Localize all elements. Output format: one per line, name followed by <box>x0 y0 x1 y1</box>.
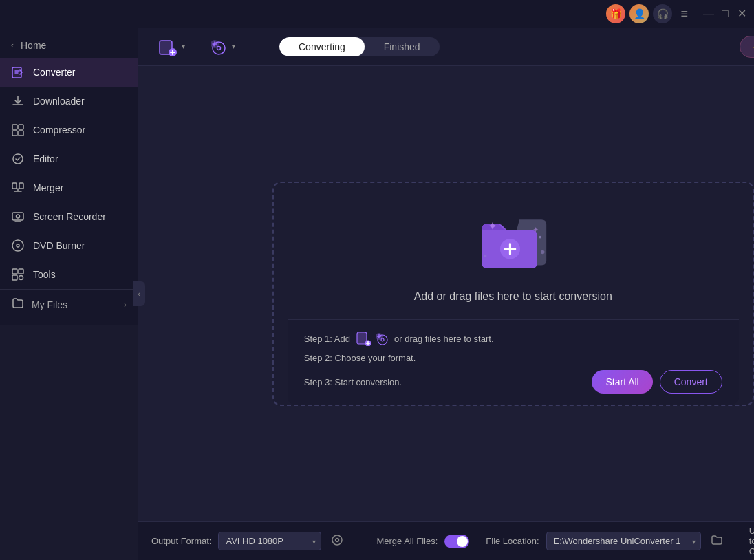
menu-icon[interactable]: ≡ <box>676 4 692 24</box>
svg-point-11 <box>17 244 19 247</box>
step-add-cd-icon[interactable] <box>374 331 389 346</box>
sidebar-wrap: ‹ Home Converter <box>0 28 138 560</box>
svg-point-24 <box>484 255 487 258</box>
step-1-suffix: or drag files here to start. <box>394 334 494 344</box>
compressor-icon <box>11 123 25 137</box>
merge-toggle-knob <box>457 536 468 547</box>
sidebar-dvd-burner-label: DVD Burner <box>33 240 85 251</box>
svg-rect-13 <box>19 269 23 274</box>
svg-point-32 <box>332 535 342 545</box>
tab-converting[interactable]: Converting <box>279 37 365 56</box>
bottom-bar: Output Format: AVI HD 1080P MP4 HD 1080P… <box>138 521 754 560</box>
output-format-select[interactable]: AVI HD 1080P MP4 HD 1080P MKV HD 1080P M… <box>218 532 321 550</box>
file-location-select-wrap: E:\Wondershare UniConverter 1 ▾ <box>546 532 701 550</box>
dvd-burner-icon <box>11 239 25 252</box>
screen-recorder-icon <box>11 210 25 224</box>
add-files-icon <box>157 36 177 57</box>
sidebar-collapse-button[interactable]: ‹ <box>133 281 145 306</box>
sidebar-item-converter[interactable]: Converter <box>0 58 138 87</box>
svg-point-20 <box>217 46 221 50</box>
title-bar: 🎁 👤 🎧 ≡ — □ ✕ <box>0 0 754 28</box>
drop-zone[interactable]: Add or drag files here to start conversi… <box>272 182 754 406</box>
tools-icon <box>11 268 25 281</box>
lightning-icon: ⚡ <box>751 41 754 52</box>
downloader-icon <box>11 94 25 108</box>
svg-point-9 <box>17 215 20 218</box>
folder-icon <box>468 204 558 279</box>
sidebar-item-compressor[interactable]: Compressor <box>0 116 138 144</box>
window-controls: — □ ✕ <box>703 8 747 19</box>
svg-point-15 <box>19 276 23 280</box>
sidebar-item-merger[interactable]: Merger <box>0 173 138 202</box>
titlebar-icons: 🎁 👤 🎧 ≡ <box>606 4 692 24</box>
tab-switcher: Converting Finished <box>279 37 440 56</box>
sidebar-item-home[interactable]: ‹ Home <box>0 33 138 58</box>
steps-section: Step 1: Add <box>288 319 739 405</box>
drop-zone-text: Add or drag files here to start conversi… <box>414 290 612 303</box>
svg-rect-1 <box>12 125 17 129</box>
sidebar-tools-label: Tools <box>33 269 56 280</box>
maximize-button[interactable]: □ <box>720 8 731 19</box>
output-format-field: Output Format: AVI HD 1080P MP4 HD 1080P… <box>151 531 346 552</box>
svg-point-10 <box>12 240 23 251</box>
svg-rect-8 <box>12 213 23 220</box>
sidebar-editor-label: Editor <box>33 153 58 164</box>
high-speed-conversion-button[interactable]: ⚡ High Speed Conversion <box>740 36 754 58</box>
step-1-prefix: Step 1: Add <box>304 334 350 344</box>
add-cd-chevron-icon: ▾ <box>232 43 235 50</box>
sidebar-compressor-label: Compressor <box>33 125 85 136</box>
svg-point-23 <box>541 250 544 254</box>
minimize-button[interactable]: — <box>703 8 714 19</box>
start-all-button[interactable]: Start All <box>592 370 652 394</box>
svg-point-25 <box>539 236 541 239</box>
add-files-button[interactable]: ▾ <box>151 32 191 61</box>
step-1-icons <box>356 331 389 346</box>
drop-zone-container: Add or drag files here to start conversi… <box>138 66 754 521</box>
step-3-actions: Start All Convert <box>592 370 722 394</box>
file-location-browse-button[interactable] <box>708 531 726 552</box>
file-location-field: File Location: E:\Wondershare UniConvert… <box>486 531 725 552</box>
sidebar-item-downloader[interactable]: Downloader <box>0 87 138 116</box>
step-3-row: Step 3: Start conversion. Start All Conv… <box>304 370 722 394</box>
svg-rect-2 <box>19 125 23 129</box>
sidebar: ‹ Home Converter <box>0 28 138 325</box>
svg-rect-3 <box>12 131 17 136</box>
headset-icon[interactable]: 🎧 <box>653 4 672 23</box>
upload-cloud-field: Upload to Cloud <box>749 526 754 557</box>
step-3-prefix: Step 3: Start conversion. <box>304 377 402 387</box>
step-add-files-icon[interactable] <box>356 331 371 346</box>
sidebar-screen-recorder-label: Screen Recorder <box>33 211 106 222</box>
merge-label: Merge All Files: <box>376 536 438 546</box>
user-icon[interactable]: 👤 <box>629 4 649 23</box>
sidebar-footer: My Files › <box>0 289 138 319</box>
gift-icon[interactable]: 🎁 <box>606 4 625 23</box>
svg-point-30 <box>381 338 384 341</box>
output-format-settings-button[interactable] <box>328 531 346 552</box>
tab-finished[interactable]: Finished <box>365 37 440 56</box>
sidebar-item-screen-recorder[interactable]: Screen Recorder <box>0 202 138 231</box>
sidebar-item-editor[interactable]: Editor <box>0 144 138 173</box>
toolbar: ▾ ▾ Converting Finished <box>138 28 754 66</box>
my-files-label: My Files <box>32 299 67 310</box>
step-2-row: Step 2: Choose your format. <box>304 353 722 363</box>
step-1-row: Step 1: Add <box>304 331 722 346</box>
add-cd-button[interactable]: ▾ <box>202 32 241 61</box>
editor-icon <box>11 152 25 166</box>
upload-cloud-label: Upload to Cloud <box>749 526 754 557</box>
output-format-label: Output Format: <box>151 536 211 546</box>
merge-toggle-switch[interactable] <box>444 535 469 548</box>
svg-rect-6 <box>12 183 17 189</box>
content-area: ▾ ▾ Converting Finished <box>138 28 754 560</box>
file-location-select[interactable]: E:\Wondershare UniConverter 1 <box>546 532 701 550</box>
sidebar-item-tools[interactable]: Tools <box>0 260 138 289</box>
sidebar-item-dvd-burner[interactable]: DVD Burner <box>0 231 138 260</box>
merge-all-files-field: Merge All Files: <box>376 535 469 548</box>
add-cd-icon <box>207 36 228 57</box>
my-files-arrow-icon: › <box>124 300 127 310</box>
file-location-label: File Location: <box>486 536 539 546</box>
convert-button[interactable]: Convert <box>660 370 722 394</box>
close-button[interactable]: ✕ <box>736 8 747 19</box>
sidebar-downloader-label: Downloader <box>33 96 85 107</box>
sidebar-item-my-files[interactable]: My Files › <box>11 297 127 312</box>
add-files-chevron-icon: ▾ <box>182 43 185 50</box>
